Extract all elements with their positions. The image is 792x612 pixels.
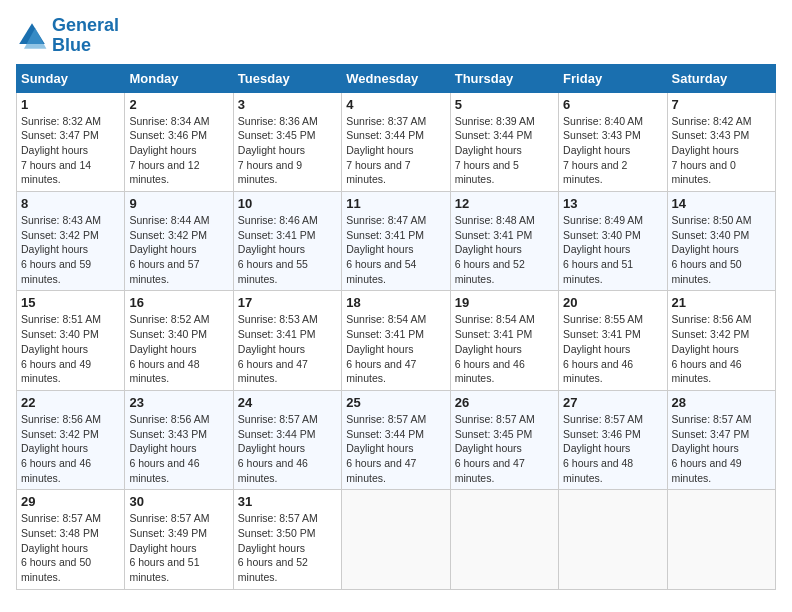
day-number: 18 <box>346 295 445 310</box>
calendar-cell: 3 Sunrise: 8:36 AM Sunset: 3:45 PM Dayli… <box>233 92 341 191</box>
calendar-cell: 2 Sunrise: 8:34 AM Sunset: 3:46 PM Dayli… <box>125 92 233 191</box>
day-info: Sunrise: 8:51 AM Sunset: 3:40 PM Dayligh… <box>21 312 120 385</box>
day-info: Sunrise: 8:36 AM Sunset: 3:45 PM Dayligh… <box>238 114 337 187</box>
calendar-cell: 28 Sunrise: 8:57 AM Sunset: 3:47 PM Dayl… <box>667 390 775 489</box>
calendar-week-4: 22 Sunrise: 8:56 AM Sunset: 3:42 PM Dayl… <box>17 390 776 489</box>
day-number: 3 <box>238 97 337 112</box>
day-number: 26 <box>455 395 554 410</box>
calendar-cell: 22 Sunrise: 8:56 AM Sunset: 3:42 PM Dayl… <box>17 390 125 489</box>
day-number: 24 <box>238 395 337 410</box>
day-info: Sunrise: 8:34 AM Sunset: 3:46 PM Dayligh… <box>129 114 228 187</box>
calendar-cell <box>667 490 775 589</box>
column-header-monday: Monday <box>125 64 233 92</box>
calendar-cell: 15 Sunrise: 8:51 AM Sunset: 3:40 PM Dayl… <box>17 291 125 390</box>
calendar-cell: 5 Sunrise: 8:39 AM Sunset: 3:44 PM Dayli… <box>450 92 558 191</box>
day-info: Sunrise: 8:42 AM Sunset: 3:43 PM Dayligh… <box>672 114 771 187</box>
day-info: Sunrise: 8:57 AM Sunset: 3:49 PM Dayligh… <box>129 511 228 584</box>
day-number: 29 <box>21 494 120 509</box>
calendar-cell: 31 Sunrise: 8:57 AM Sunset: 3:50 PM Dayl… <box>233 490 341 589</box>
column-header-tuesday: Tuesday <box>233 64 341 92</box>
calendar-cell: 24 Sunrise: 8:57 AM Sunset: 3:44 PM Dayl… <box>233 390 341 489</box>
column-header-wednesday: Wednesday <box>342 64 450 92</box>
day-number: 15 <box>21 295 120 310</box>
day-info: Sunrise: 8:54 AM Sunset: 3:41 PM Dayligh… <box>455 312 554 385</box>
day-number: 17 <box>238 295 337 310</box>
day-number: 28 <box>672 395 771 410</box>
day-number: 7 <box>672 97 771 112</box>
logo: General Blue <box>16 16 119 56</box>
day-info: Sunrise: 8:55 AM Sunset: 3:41 PM Dayligh… <box>563 312 662 385</box>
calendar-cell: 18 Sunrise: 8:54 AM Sunset: 3:41 PM Dayl… <box>342 291 450 390</box>
calendar-cell: 19 Sunrise: 8:54 AM Sunset: 3:41 PM Dayl… <box>450 291 558 390</box>
calendar-cell: 7 Sunrise: 8:42 AM Sunset: 3:43 PM Dayli… <box>667 92 775 191</box>
calendar-cell: 10 Sunrise: 8:46 AM Sunset: 3:41 PM Dayl… <box>233 192 341 291</box>
day-number: 21 <box>672 295 771 310</box>
day-number: 14 <box>672 196 771 211</box>
calendar-cell <box>559 490 667 589</box>
calendar-cell: 13 Sunrise: 8:49 AM Sunset: 3:40 PM Dayl… <box>559 192 667 291</box>
calendar-cell: 4 Sunrise: 8:37 AM Sunset: 3:44 PM Dayli… <box>342 92 450 191</box>
day-info: Sunrise: 8:56 AM Sunset: 3:43 PM Dayligh… <box>129 412 228 485</box>
calendar-cell <box>342 490 450 589</box>
calendar-cell: 23 Sunrise: 8:56 AM Sunset: 3:43 PM Dayl… <box>125 390 233 489</box>
day-number: 4 <box>346 97 445 112</box>
day-info: Sunrise: 8:46 AM Sunset: 3:41 PM Dayligh… <box>238 213 337 286</box>
day-number: 27 <box>563 395 662 410</box>
day-info: Sunrise: 8:57 AM Sunset: 3:45 PM Dayligh… <box>455 412 554 485</box>
calendar-cell: 20 Sunrise: 8:55 AM Sunset: 3:41 PM Dayl… <box>559 291 667 390</box>
calendar-cell: 9 Sunrise: 8:44 AM Sunset: 3:42 PM Dayli… <box>125 192 233 291</box>
logo-text: General Blue <box>52 16 119 56</box>
day-info: Sunrise: 8:54 AM Sunset: 3:41 PM Dayligh… <box>346 312 445 385</box>
day-number: 31 <box>238 494 337 509</box>
day-info: Sunrise: 8:49 AM Sunset: 3:40 PM Dayligh… <box>563 213 662 286</box>
calendar-week-2: 8 Sunrise: 8:43 AM Sunset: 3:42 PM Dayli… <box>17 192 776 291</box>
day-info: Sunrise: 8:57 AM Sunset: 3:50 PM Dayligh… <box>238 511 337 584</box>
day-info: Sunrise: 8:37 AM Sunset: 3:44 PM Dayligh… <box>346 114 445 187</box>
calendar-cell: 11 Sunrise: 8:47 AM Sunset: 3:41 PM Dayl… <box>342 192 450 291</box>
day-info: Sunrise: 8:57 AM Sunset: 3:47 PM Dayligh… <box>672 412 771 485</box>
logo-icon <box>16 20 48 52</box>
calendar-cell: 8 Sunrise: 8:43 AM Sunset: 3:42 PM Dayli… <box>17 192 125 291</box>
column-header-saturday: Saturday <box>667 64 775 92</box>
calendar-week-3: 15 Sunrise: 8:51 AM Sunset: 3:40 PM Dayl… <box>17 291 776 390</box>
calendar-cell: 26 Sunrise: 8:57 AM Sunset: 3:45 PM Dayl… <box>450 390 558 489</box>
calendar-cell: 14 Sunrise: 8:50 AM Sunset: 3:40 PM Dayl… <box>667 192 775 291</box>
day-number: 2 <box>129 97 228 112</box>
day-info: Sunrise: 8:56 AM Sunset: 3:42 PM Dayligh… <box>672 312 771 385</box>
calendar-cell: 29 Sunrise: 8:57 AM Sunset: 3:48 PM Dayl… <box>17 490 125 589</box>
day-number: 22 <box>21 395 120 410</box>
day-info: Sunrise: 8:57 AM Sunset: 3:44 PM Dayligh… <box>346 412 445 485</box>
day-number: 25 <box>346 395 445 410</box>
calendar-cell: 27 Sunrise: 8:57 AM Sunset: 3:46 PM Dayl… <box>559 390 667 489</box>
day-info: Sunrise: 8:53 AM Sunset: 3:41 PM Dayligh… <box>238 312 337 385</box>
day-number: 1 <box>21 97 120 112</box>
calendar-cell: 1 Sunrise: 8:32 AM Sunset: 3:47 PM Dayli… <box>17 92 125 191</box>
day-number: 5 <box>455 97 554 112</box>
day-info: Sunrise: 8:50 AM Sunset: 3:40 PM Dayligh… <box>672 213 771 286</box>
page-header: General Blue <box>16 16 776 56</box>
calendar-header: SundayMondayTuesdayWednesdayThursdayFrid… <box>17 64 776 92</box>
day-number: 23 <box>129 395 228 410</box>
calendar-cell: 12 Sunrise: 8:48 AM Sunset: 3:41 PM Dayl… <box>450 192 558 291</box>
calendar-cell: 21 Sunrise: 8:56 AM Sunset: 3:42 PM Dayl… <box>667 291 775 390</box>
column-header-thursday: Thursday <box>450 64 558 92</box>
calendar-cell: 30 Sunrise: 8:57 AM Sunset: 3:49 PM Dayl… <box>125 490 233 589</box>
day-info: Sunrise: 8:56 AM Sunset: 3:42 PM Dayligh… <box>21 412 120 485</box>
day-info: Sunrise: 8:40 AM Sunset: 3:43 PM Dayligh… <box>563 114 662 187</box>
calendar-cell: 17 Sunrise: 8:53 AM Sunset: 3:41 PM Dayl… <box>233 291 341 390</box>
day-info: Sunrise: 8:39 AM Sunset: 3:44 PM Dayligh… <box>455 114 554 187</box>
day-number: 9 <box>129 196 228 211</box>
calendar-cell <box>450 490 558 589</box>
day-info: Sunrise: 8:57 AM Sunset: 3:48 PM Dayligh… <box>21 511 120 584</box>
column-header-sunday: Sunday <box>17 64 125 92</box>
day-info: Sunrise: 8:57 AM Sunset: 3:46 PM Dayligh… <box>563 412 662 485</box>
day-info: Sunrise: 8:47 AM Sunset: 3:41 PM Dayligh… <box>346 213 445 286</box>
day-info: Sunrise: 8:48 AM Sunset: 3:41 PM Dayligh… <box>455 213 554 286</box>
day-number: 8 <box>21 196 120 211</box>
day-number: 30 <box>129 494 228 509</box>
day-number: 16 <box>129 295 228 310</box>
day-number: 12 <box>455 196 554 211</box>
calendar-week-1: 1 Sunrise: 8:32 AM Sunset: 3:47 PM Dayli… <box>17 92 776 191</box>
calendar-week-5: 29 Sunrise: 8:57 AM Sunset: 3:48 PM Dayl… <box>17 490 776 589</box>
day-info: Sunrise: 8:32 AM Sunset: 3:47 PM Dayligh… <box>21 114 120 187</box>
